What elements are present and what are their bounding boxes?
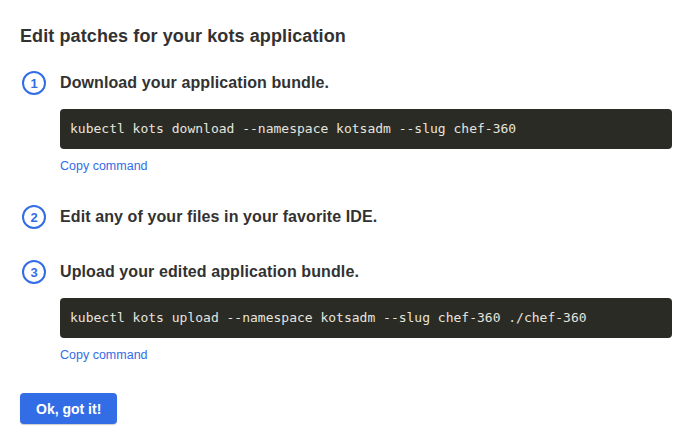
- step-edit-heading: Edit any of your files in your favorite …: [60, 205, 672, 229]
- copy-upload-command-link[interactable]: Copy command: [60, 348, 148, 362]
- step-number-badge-2: 2: [22, 205, 46, 229]
- ok-got-it-button[interactable]: Ok, got it!: [20, 393, 117, 424]
- step-upload-heading: Upload your edited application bundle.: [60, 260, 672, 284]
- step-download-body: Download your application bundle. kubect…: [60, 71, 672, 174]
- step-edit-body: Edit any of your files in your favorite …: [60, 205, 672, 229]
- step-upload: 3 Upload your edited application bundle.…: [20, 260, 672, 363]
- step-upload-body: Upload your edited application bundle. k…: [60, 260, 672, 363]
- step-number-badge-3: 3: [22, 260, 46, 284]
- step-download: 1 Download your application bundle. kube…: [20, 71, 672, 174]
- edit-patches-panel: Edit patches for your kots application 1…: [0, 0, 690, 363]
- download-command-code-block: kubectl kots download --namespace kotsad…: [60, 109, 672, 149]
- upload-command-code-block: kubectl kots upload --namespace kotsadm …: [60, 298, 672, 338]
- page-title: Edit patches for your kots application: [20, 26, 672, 47]
- step-download-heading: Download your application bundle.: [60, 71, 672, 95]
- step-number-badge-1: 1: [22, 71, 46, 95]
- step-edit: 2 Edit any of your files in your favorit…: [20, 205, 672, 229]
- copy-download-command-link[interactable]: Copy command: [60, 159, 148, 173]
